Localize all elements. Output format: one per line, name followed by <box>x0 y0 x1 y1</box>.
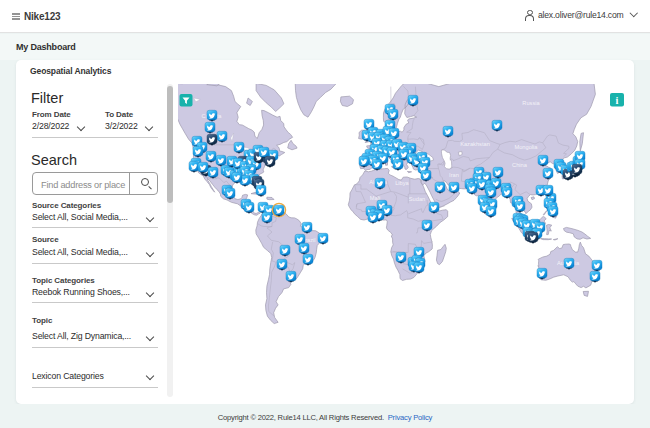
svg-text:Sudan: Sudan <box>409 196 425 202</box>
svg-text:Mongolia: Mongolia <box>514 144 538 150</box>
svg-text:i: i <box>616 95 619 106</box>
svg-text:China: China <box>512 162 528 168</box>
svg-text:Libya: Libya <box>395 180 409 186</box>
svg-text:Kazakhstan: Kazakhstan <box>460 141 490 147</box>
svg-text:Russia: Russia <box>522 100 540 106</box>
svg-text:Iran: Iran <box>449 172 459 178</box>
svg-text:Mali: Mali <box>370 195 380 201</box>
